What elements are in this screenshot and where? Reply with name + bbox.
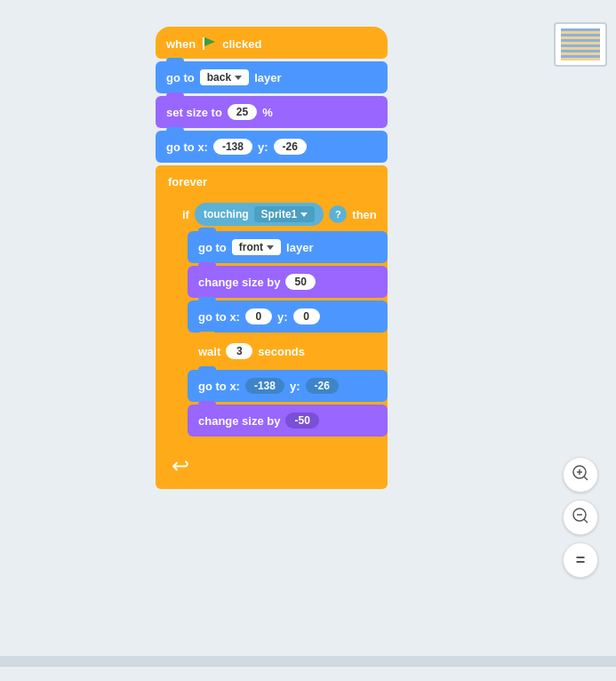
go-to-x-2-label: go to x: [198, 310, 240, 324]
zoom-out-button[interactable] [563, 500, 598, 535]
front-dropdown[interactable]: front [232, 239, 281, 255]
x-value-2[interactable]: 0 [245, 308, 272, 324]
go-to-x-3-label: go to x: [198, 380, 240, 393]
set-size-label: set size to [166, 106, 222, 119]
forever-body: if touching Sprite1 ? then [172, 197, 388, 450]
then-label: then [352, 208, 376, 221]
go-to-back-block[interactable]: go to back layer [156, 61, 388, 93]
y-label-3: y: [290, 380, 300, 393]
forever-block[interactable]: forever if touching Sprite1 [156, 165, 388, 489]
if-body: go to front layer change size by 50 [188, 231, 388, 437]
front-dropdown-arrow-icon [267, 245, 274, 250]
hat-block[interactable]: when clicked [156, 27, 388, 59]
go-to-label: go to [166, 71, 195, 84]
go-to-xy-2-block[interactable]: go to x: 0 y: 0 [188, 300, 388, 332]
svg-rect-0 [203, 37, 204, 50]
x-value-3[interactable]: -138 [245, 378, 284, 394]
when-label: when [166, 37, 196, 51]
seconds-label: seconds [258, 345, 305, 358]
question-mark-label: ? [329, 205, 347, 223]
zoom-controls: = [563, 457, 598, 578]
go-to-xy-3-block[interactable]: go to x: -138 y: -26 [188, 370, 388, 402]
back-dropdown[interactable]: back [200, 69, 249, 85]
svg-line-8 [584, 519, 588, 523]
forever-label: forever [168, 175, 207, 188]
loop-arrow-icon: ↩ [172, 453, 189, 478]
go-to-xy-1-block[interactable]: go to x: -138 y: -26 [156, 131, 388, 163]
zoom-out-icon [572, 507, 589, 529]
workspace: when clicked go to back layer set size t… [0, 0, 616, 667]
change-size-2-label: change size by [198, 414, 280, 428]
clicked-label: clicked [222, 37, 261, 51]
y-value-2[interactable]: 0 [293, 308, 320, 324]
change-size-1-label: change size by [198, 276, 280, 289]
change-size-1-block[interactable]: change size by 50 [188, 266, 388, 298]
zoom-in-button[interactable] [563, 457, 598, 493]
if-header: if touching Sprite1 ? then [172, 197, 388, 231]
layer-label: layer [254, 71, 281, 84]
y-label-1: y: [258, 140, 268, 154]
front-layer-label: layer [286, 241, 313, 254]
change-size-2-block[interactable]: change size by -50 [188, 405, 388, 437]
svg-marker-1 [204, 37, 215, 46]
percent-label: % [262, 106, 273, 119]
svg-line-5 [584, 477, 588, 480]
loop-arrow: ↩ [156, 450, 388, 482]
x-value-1[interactable]: -138 [213, 139, 252, 155]
sprite1-dropdown[interactable]: Sprite1 [254, 206, 316, 222]
zoom-reset-button[interactable]: = [563, 542, 598, 578]
y-label-2: y: [277, 310, 288, 324]
go-to-front-block[interactable]: go to front layer [188, 231, 388, 263]
thumbnail [554, 22, 607, 67]
dropdown-arrow-icon [235, 76, 242, 80]
change-size-1-value[interactable]: 50 [285, 274, 315, 290]
block-stack: when clicked go to back layer set size t… [156, 27, 388, 492]
flag-icon [201, 36, 217, 52]
horizontal-scrollbar[interactable] [0, 656, 616, 667]
set-size-block[interactable]: set size to 25 % [156, 96, 388, 128]
wait-value[interactable]: 3 [226, 343, 252, 359]
go-to-front-label: go to [198, 241, 227, 254]
change-size-2-value[interactable]: -50 [285, 413, 318, 429]
if-label: if [182, 208, 189, 221]
touching-label: touching [204, 208, 249, 220]
go-to-x-label: go to x: [166, 140, 208, 154]
zoom-in-icon [572, 464, 589, 485]
if-block[interactable]: if touching Sprite1 ? then [172, 197, 388, 450]
zoom-reset-icon: = [576, 551, 586, 570]
wait-label: wait [198, 345, 220, 358]
y-value-1[interactable]: -26 [274, 139, 307, 155]
sprite1-dropdown-arrow-icon [300, 212, 308, 217]
thumbnail-content [561, 28, 601, 61]
size-value[interactable]: 25 [228, 104, 257, 120]
forever-header: forever [156, 165, 388, 197]
y-value-3[interactable]: -26 [306, 378, 339, 394]
touching-condition[interactable]: touching Sprite1 [195, 203, 324, 226]
wait-block[interactable]: wait 3 seconds [188, 335, 388, 367]
